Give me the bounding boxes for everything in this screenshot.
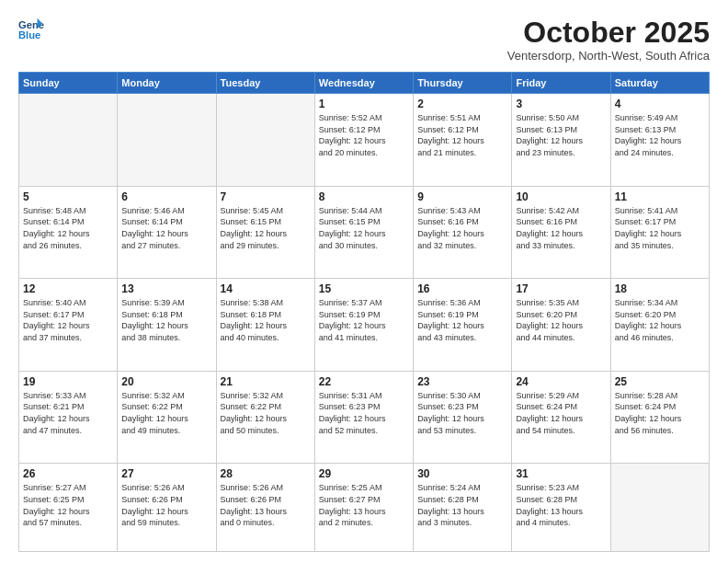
calendar-cell: 26Sunrise: 5:27 AM Sunset: 6:25 PM Dayli… — [19, 464, 118, 552]
calendar-week-4: 19Sunrise: 5:33 AM Sunset: 6:21 PM Dayli… — [19, 371, 710, 464]
day-number: 2 — [417, 98, 507, 110]
day-number: 31 — [516, 467, 606, 480]
calendar-cell: 27Sunrise: 5:26 AM Sunset: 6:26 PM Dayli… — [118, 464, 216, 552]
calendar-cell — [19, 94, 118, 187]
calendar-week-2: 5Sunrise: 5:48 AM Sunset: 6:14 PM Daylig… — [19, 186, 710, 279]
day-info: Sunrise: 5:32 AM Sunset: 6:22 PM Dayligh… — [121, 390, 211, 436]
calendar-cell: 23Sunrise: 5:30 AM Sunset: 6:23 PM Dayli… — [414, 371, 512, 464]
calendar-cell: 25Sunrise: 5:28 AM Sunset: 6:24 PM Dayli… — [610, 371, 709, 464]
calendar-cell: 6Sunrise: 5:46 AM Sunset: 6:14 PM Daylig… — [118, 186, 216, 279]
col-wednesday: Wednesday — [314, 73, 413, 94]
day-number: 3 — [516, 98, 606, 110]
calendar-cell: 13Sunrise: 5:39 AM Sunset: 6:18 PM Dayli… — [118, 279, 216, 372]
col-thursday: Thursday — [414, 73, 512, 94]
calendar-cell: 16Sunrise: 5:36 AM Sunset: 6:19 PM Dayli… — [414, 279, 512, 372]
calendar-cell: 1Sunrise: 5:52 AM Sunset: 6:12 PM Daylig… — [314, 94, 413, 187]
day-number: 14 — [221, 282, 311, 295]
calendar-cell: 17Sunrise: 5:35 AM Sunset: 6:20 PM Dayli… — [512, 279, 610, 372]
day-info: Sunrise: 5:25 AM Sunset: 6:27 PM Dayligh… — [319, 482, 409, 528]
calendar-week-3: 12Sunrise: 5:40 AM Sunset: 6:17 PM Dayli… — [19, 279, 710, 372]
calendar-cell: 24Sunrise: 5:29 AM Sunset: 6:24 PM Dayli… — [512, 371, 610, 464]
page: General Blue October 2025 Ventersdorp, N… — [0, 0, 728, 563]
day-number: 7 — [221, 190, 311, 203]
col-saturday: Saturday — [610, 73, 709, 94]
calendar-cell — [118, 94, 216, 187]
calendar-cell: 18Sunrise: 5:34 AM Sunset: 6:20 PM Dayli… — [610, 279, 709, 372]
day-info: Sunrise: 5:48 AM Sunset: 6:14 PM Dayligh… — [23, 205, 113, 251]
header-row: Sunday Monday Tuesday Wednesday Thursday… — [19, 73, 710, 94]
day-info: Sunrise: 5:35 AM Sunset: 6:20 PM Dayligh… — [516, 297, 606, 343]
calendar-cell: 22Sunrise: 5:31 AM Sunset: 6:23 PM Dayli… — [314, 371, 413, 464]
day-info: Sunrise: 5:40 AM Sunset: 6:17 PM Dayligh… — [23, 297, 113, 343]
day-number: 6 — [121, 190, 211, 203]
col-friday: Friday — [512, 73, 610, 94]
calendar-cell: 20Sunrise: 5:32 AM Sunset: 6:22 PM Dayli… — [118, 371, 216, 464]
day-info: Sunrise: 5:42 AM Sunset: 6:16 PM Dayligh… — [516, 205, 606, 251]
day-info: Sunrise: 5:30 AM Sunset: 6:23 PM Dayligh… — [417, 390, 507, 436]
calendar-cell: 10Sunrise: 5:42 AM Sunset: 6:16 PM Dayli… — [512, 186, 610, 279]
day-number: 4 — [615, 98, 705, 110]
day-number: 22 — [319, 375, 409, 388]
day-info: Sunrise: 5:41 AM Sunset: 6:17 PM Dayligh… — [615, 205, 705, 251]
title-block: October 2025 Ventersdorp, North-West, So… — [507, 17, 710, 63]
day-number: 30 — [417, 467, 507, 480]
day-info: Sunrise: 5:38 AM Sunset: 6:18 PM Dayligh… — [221, 297, 311, 343]
day-info: Sunrise: 5:50 AM Sunset: 6:13 PM Dayligh… — [516, 112, 606, 158]
day-info: Sunrise: 5:27 AM Sunset: 6:25 PM Dayligh… — [23, 482, 113, 528]
day-number: 9 — [417, 190, 507, 203]
calendar-cell: 19Sunrise: 5:33 AM Sunset: 6:21 PM Dayli… — [19, 371, 118, 464]
day-number: 20 — [121, 375, 211, 388]
calendar-cell: 31Sunrise: 5:23 AM Sunset: 6:28 PM Dayli… — [512, 464, 610, 552]
day-number: 10 — [516, 190, 606, 203]
calendar-cell: 4Sunrise: 5:49 AM Sunset: 6:13 PM Daylig… — [610, 94, 709, 187]
calendar-cell — [610, 464, 709, 552]
day-info: Sunrise: 5:31 AM Sunset: 6:23 PM Dayligh… — [319, 390, 409, 436]
day-number: 18 — [615, 282, 705, 295]
day-info: Sunrise: 5:33 AM Sunset: 6:21 PM Dayligh… — [23, 390, 113, 436]
day-number: 28 — [221, 467, 311, 480]
day-info: Sunrise: 5:34 AM Sunset: 6:20 PM Dayligh… — [615, 297, 705, 343]
day-number: 16 — [417, 282, 507, 295]
day-number: 17 — [516, 282, 606, 295]
calendar-cell: 29Sunrise: 5:25 AM Sunset: 6:27 PM Dayli… — [314, 464, 413, 552]
day-number: 1 — [319, 98, 409, 110]
day-number: 26 — [23, 467, 113, 480]
day-number: 27 — [121, 467, 211, 480]
day-info: Sunrise: 5:44 AM Sunset: 6:15 PM Dayligh… — [319, 205, 409, 251]
day-info: Sunrise: 5:52 AM Sunset: 6:12 PM Dayligh… — [319, 112, 409, 158]
logo: General Blue — [18, 17, 44, 42]
calendar-cell: 28Sunrise: 5:26 AM Sunset: 6:26 PM Dayli… — [216, 464, 314, 552]
day-number: 25 — [615, 375, 705, 388]
col-sunday: Sunday — [19, 73, 118, 94]
calendar-cell: 11Sunrise: 5:41 AM Sunset: 6:17 PM Dayli… — [610, 186, 709, 279]
calendar-cell: 21Sunrise: 5:32 AM Sunset: 6:22 PM Dayli… — [216, 371, 314, 464]
day-number: 11 — [615, 190, 705, 203]
calendar-cell — [216, 94, 314, 187]
day-info: Sunrise: 5:28 AM Sunset: 6:24 PM Dayligh… — [615, 390, 705, 436]
calendar-cell: 5Sunrise: 5:48 AM Sunset: 6:14 PM Daylig… — [19, 186, 118, 279]
location: Ventersdorp, North-West, South Africa — [507, 49, 710, 63]
logo-icon: General Blue — [18, 17, 44, 42]
day-number: 21 — [221, 375, 311, 388]
calendar-week-1: 1Sunrise: 5:52 AM Sunset: 6:12 PM Daylig… — [19, 94, 710, 187]
day-info: Sunrise: 5:37 AM Sunset: 6:19 PM Dayligh… — [319, 297, 409, 343]
day-number: 29 — [319, 467, 409, 480]
day-info: Sunrise: 5:36 AM Sunset: 6:19 PM Dayligh… — [417, 297, 507, 343]
day-info: Sunrise: 5:26 AM Sunset: 6:26 PM Dayligh… — [221, 482, 311, 528]
day-info: Sunrise: 5:49 AM Sunset: 6:13 PM Dayligh… — [615, 112, 705, 158]
day-number: 5 — [23, 190, 113, 203]
day-info: Sunrise: 5:45 AM Sunset: 6:15 PM Dayligh… — [221, 205, 311, 251]
day-info: Sunrise: 5:29 AM Sunset: 6:24 PM Dayligh… — [516, 390, 606, 436]
svg-text:Blue: Blue — [18, 29, 40, 40]
day-number: 15 — [319, 282, 409, 295]
day-info: Sunrise: 5:26 AM Sunset: 6:26 PM Dayligh… — [121, 482, 211, 528]
day-number: 13 — [121, 282, 211, 295]
calendar: Sunday Monday Tuesday Wednesday Thursday… — [18, 72, 710, 552]
day-number: 8 — [319, 190, 409, 203]
month-title: October 2025 — [507, 17, 710, 49]
day-info: Sunrise: 5:23 AM Sunset: 6:28 PM Dayligh… — [516, 482, 606, 528]
calendar-cell: 9Sunrise: 5:43 AM Sunset: 6:16 PM Daylig… — [414, 186, 512, 279]
header: General Blue October 2025 Ventersdorp, N… — [18, 17, 710, 63]
day-info: Sunrise: 5:39 AM Sunset: 6:18 PM Dayligh… — [121, 297, 211, 343]
day-info: Sunrise: 5:43 AM Sunset: 6:16 PM Dayligh… — [417, 205, 507, 251]
